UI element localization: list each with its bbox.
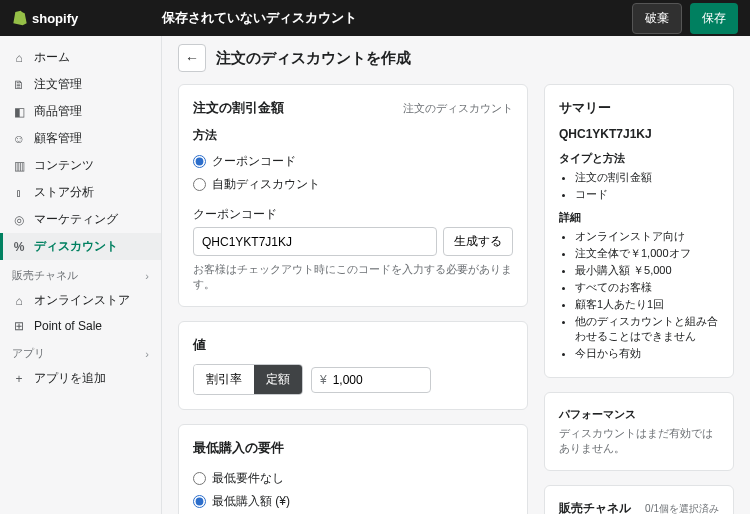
summary-type-list: 注文の割引金額 コード — [559, 170, 719, 202]
customers-icon: ☺ — [12, 132, 26, 146]
summary-detail-label: 詳細 — [559, 210, 719, 225]
summary-card: サマリー QHC1YKT7J1KJ タイプと方法 注文の割引金額 コード 詳細 … — [544, 84, 734, 378]
nav-home[interactable]: ⌂ホーム — [0, 44, 161, 71]
apps-header: アプリ› — [0, 338, 161, 365]
nav-add-app[interactable]: +アプリを追加 — [0, 365, 161, 392]
summary-title: サマリー — [559, 99, 719, 117]
nav-content[interactable]: ▥コンテンツ — [0, 152, 161, 179]
nav-products[interactable]: ◧商品管理 — [0, 98, 161, 125]
summary-detail-list: オンラインストア向け 注文全体で￥1,000オフ 最小購入額 ￥5,000 すべ… — [559, 229, 719, 361]
method-coupon-radio[interactable]: クーポンコード — [193, 150, 513, 173]
unsaved-changes-title: 保存されていないディスカウント — [162, 9, 632, 27]
orders-icon: 🗎 — [12, 78, 26, 92]
channels-title: 販売チャネル — [559, 500, 631, 514]
nav-marketing[interactable]: ◎マーケティング — [0, 206, 161, 233]
seg-fixed[interactable]: 定額 — [254, 365, 302, 394]
generate-code-button[interactable]: 生成する — [443, 227, 513, 256]
marketing-icon: ◎ — [12, 213, 26, 227]
nav-customers[interactable]: ☺顧客管理 — [0, 125, 161, 152]
min-amount-radio[interactable]: 最低購入額 (¥) — [193, 490, 513, 513]
shopify-logo: shopify — [12, 10, 162, 26]
min-none-radio[interactable]: 最低要件なし — [193, 467, 513, 490]
code-help-text: お客様はチェックアウト時にこのコードを入力する必要があります。 — [193, 262, 513, 292]
nav-discounts[interactable]: %ディスカウント — [0, 233, 161, 260]
nav-orders[interactable]: 🗎注文管理 — [0, 71, 161, 98]
sidebar: ⌂ホーム 🗎注文管理 ◧商品管理 ☺顧客管理 ▥コンテンツ ⫾ストア分析 ◎マー… — [0, 36, 162, 514]
pos-icon: ⊞ — [12, 319, 26, 333]
store-icon: ⌂ — [12, 294, 26, 308]
perf-text: ディスカウントはまだ有効ではありません。 — [559, 426, 719, 456]
sales-channels-header: 販売チャネル› — [0, 260, 161, 287]
card-title: 注文の割引金額 — [193, 99, 284, 117]
method-auto-radio[interactable]: 自動ディスカウント — [193, 173, 513, 196]
plus-icon: + — [12, 372, 26, 386]
value-type-segment: 割引率 定額 — [193, 364, 303, 395]
chevron-right-icon[interactable]: › — [145, 348, 149, 360]
products-icon: ◧ — [12, 105, 26, 119]
nav-pos[interactable]: ⊞Point of Sale — [0, 314, 161, 338]
minimum-purchase-card: 最低購入の要件 最低要件なし 最低購入額 (¥) ¥ すべての商品に適用します。… — [178, 424, 528, 514]
value-card: 値 割引率 定額 ¥ — [178, 321, 528, 410]
performance-card: パフォーマンス ディスカウントはまだ有効ではありません。 — [544, 392, 734, 471]
seg-percentage[interactable]: 割引率 — [194, 365, 254, 394]
page-title: 注文のディスカウントを作成 — [216, 49, 411, 68]
summary-type-label: タイプと方法 — [559, 151, 719, 166]
card-title: 値 — [193, 336, 206, 354]
discount-amount-card: 注文の割引金額 注文のディスカウント 方法 クーポンコード 自動ディスカウント … — [178, 84, 528, 307]
save-button[interactable]: 保存 — [690, 3, 738, 34]
discard-button[interactable]: 破棄 — [632, 3, 682, 34]
card-subtitle: 注文のディスカウント — [403, 101, 513, 116]
card-title: 最低購入の要件 — [193, 439, 284, 457]
perf-title: パフォーマンス — [559, 407, 719, 422]
code-field-label: クーポンコード — [193, 206, 513, 223]
analytics-icon: ⫾ — [12, 186, 26, 200]
coupon-code-input[interactable] — [193, 227, 437, 256]
summary-code: QHC1YKT7J1KJ — [559, 127, 719, 141]
chevron-right-icon[interactable]: › — [145, 270, 149, 282]
currency-symbol: ¥ — [320, 373, 327, 387]
content-icon: ▥ — [12, 159, 26, 173]
nav-analytics[interactable]: ⫾ストア分析 — [0, 179, 161, 206]
nav-online-store[interactable]: ⌂オンラインストア — [0, 287, 161, 314]
method-label: 方法 — [193, 127, 513, 144]
home-icon: ⌂ — [12, 51, 26, 65]
channels-count: 0/1個を選択済み — [645, 502, 719, 515]
sales-channels-card: 販売チャネル 0/1個を選択済み Point of Sale — [544, 485, 734, 514]
back-button[interactable]: ← — [178, 44, 206, 72]
discount-icon: % — [12, 240, 26, 254]
discount-value-input[interactable]: ¥ — [311, 367, 431, 393]
